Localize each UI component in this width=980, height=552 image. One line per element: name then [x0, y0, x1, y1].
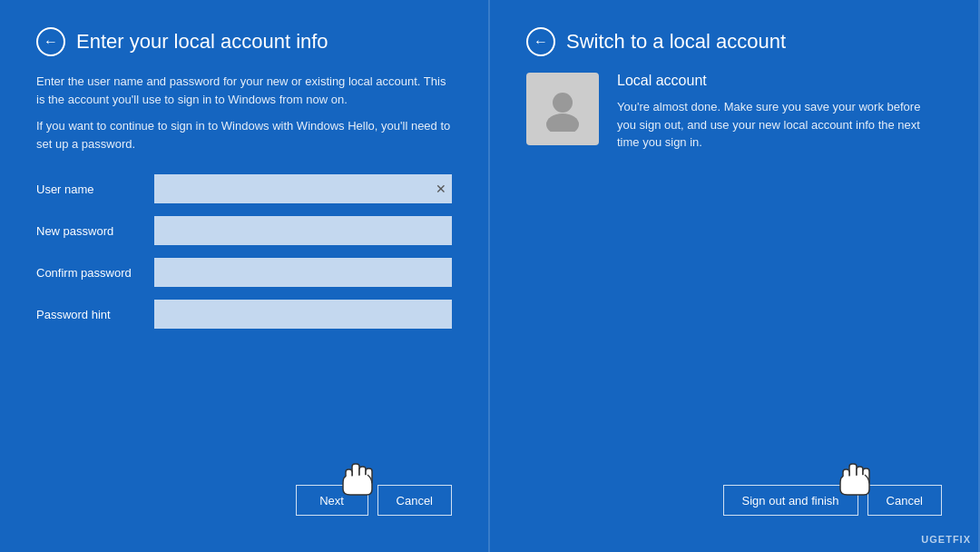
- right-cancel-button[interactable]: Cancel: [867, 485, 942, 516]
- new-password-input-wrapper: [154, 216, 452, 245]
- avatar-icon: [540, 86, 585, 132]
- left-panel-desc2: If you want to continue to sign in to Wi…: [36, 117, 452, 153]
- right-panel-title: Switch to a local account: [566, 30, 786, 54]
- left-panel-title: Enter your local account info: [76, 30, 328, 54]
- account-name-label: Local account: [617, 73, 942, 89]
- password-hint-input-wrapper: [154, 300, 452, 329]
- username-label: User name: [36, 182, 154, 196]
- password-hint-input[interactable]: [154, 300, 452, 329]
- right-btn-row: Sign out and finish Cancel: [526, 485, 942, 516]
- new-password-label: New password: [36, 224, 154, 238]
- username-group: User name ✕: [36, 174, 452, 203]
- confirm-password-group: Confirm password: [36, 258, 452, 287]
- right-back-button[interactable]: ←: [526, 27, 555, 56]
- svg-point-4: [553, 93, 573, 113]
- account-card: Local account You're almost done. Make s…: [526, 73, 942, 152]
- left-panel-desc1: Enter the user name and password for you…: [36, 73, 452, 108]
- left-back-arrow-icon: ←: [44, 34, 58, 49]
- left-panel: ← Enter your local account info Enter th…: [0, 0, 490, 552]
- left-back-button[interactable]: ←: [36, 27, 65, 56]
- new-password-input[interactable]: [154, 216, 452, 245]
- left-btn-row: Next Cancel: [36, 485, 452, 516]
- password-hint-label: Password hint: [36, 308, 154, 321]
- svg-point-5: [546, 113, 579, 132]
- right-back-arrow-icon: ←: [534, 34, 548, 49]
- next-button[interactable]: Next: [296, 485, 368, 516]
- watermark: UGETFIX: [921, 534, 971, 545]
- left-cancel-button[interactable]: Cancel: [377, 485, 452, 516]
- right-panel: ← Switch to a local account Local accoun…: [490, 0, 980, 552]
- confirm-password-input-wrapper: [154, 258, 452, 287]
- sign-out-finish-button[interactable]: Sign out and finish: [723, 485, 858, 516]
- confirm-password-label: Confirm password: [36, 266, 154, 280]
- new-password-group: New password: [36, 216, 452, 245]
- confirm-password-input[interactable]: [154, 258, 452, 287]
- left-panel-header: ← Enter your local account info: [36, 27, 452, 56]
- right-panel-header: ← Switch to a local account: [526, 27, 942, 56]
- username-clear-button[interactable]: ✕: [436, 182, 446, 195]
- username-input-wrapper: ✕: [154, 174, 452, 203]
- password-hint-group: Password hint: [36, 300, 452, 329]
- account-description: You're almost done. Make sure you save y…: [617, 98, 942, 152]
- username-input[interactable]: [154, 174, 452, 203]
- avatar-box: [526, 73, 599, 145]
- account-info: Local account You're almost done. Make s…: [617, 73, 942, 152]
